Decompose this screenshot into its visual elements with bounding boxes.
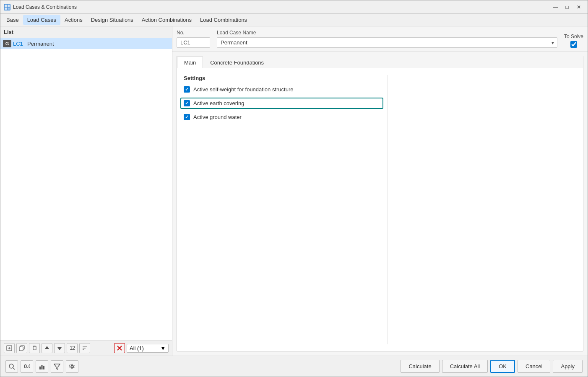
no-label: No. [177, 30, 210, 36]
move-up-button[interactable] [42, 343, 52, 353]
tab-header: Main Concrete Foundations [177, 56, 583, 68]
svg-rect-23 [43, 366, 44, 369]
svg-rect-22 [42, 365, 43, 369]
self-weight-checkbox[interactable]: ✓ [184, 86, 190, 93]
svg-text:0.00: 0.00 [24, 363, 30, 369]
title-controls: — □ ✕ [550, 3, 584, 12]
name-select[interactable]: Permanent [217, 37, 557, 48]
chart-icon-button[interactable] [36, 360, 48, 373]
svg-marker-24 [54, 364, 60, 369]
svg-point-18 [9, 364, 13, 368]
menu-item-load-cases[interactable]: Load Cases [23, 15, 60, 25]
bottom-actions: Calculate Calculate All OK Cancel Apply [401, 360, 583, 373]
copy-button[interactable] [16, 343, 27, 353]
main-content: List G LC1 Permanent [0, 26, 588, 356]
list-item-name: Permanent [27, 41, 54, 47]
menu-bar: Base Load Cases Actions Design Situation… [0, 14, 588, 26]
tab-content: Settings ✓ Active self-weight for founda… [177, 68, 583, 351]
cancel-button[interactable]: Cancel [518, 360, 550, 373]
svg-marker-10 [57, 347, 62, 350]
list-area: G LC1 Permanent [0, 38, 172, 340]
name-select-wrapper: Permanent ▼ [217, 37, 557, 48]
no-field-wrapper: No. [177, 30, 210, 48]
delete-button[interactable] [114, 343, 125, 353]
list-toolbar: 12 All (1) ▼ [0, 340, 172, 356]
list-item-num: LC1 [13, 41, 26, 47]
svg-marker-9 [45, 346, 49, 349]
right-panel: No. Load Case Name Permanent ▼ To Solve [172, 26, 588, 356]
settings-title: Settings [184, 75, 383, 81]
list-item-badge: G [3, 40, 11, 47]
move-down-button[interactable] [54, 343, 65, 353]
setting-ground-water: ✓ Active ground water [184, 114, 383, 120]
ground-water-checkbox[interactable]: ✓ [184, 114, 190, 120]
ground-water-label: Active ground water [193, 114, 242, 120]
title-bar-left: Load Cases & Combinations [4, 4, 77, 10]
checkbox-check-icon: ✓ [185, 87, 189, 92]
maximize-button[interactable]: □ [562, 3, 572, 12]
svg-line-19 [13, 368, 15, 369]
app-icon [4, 4, 10, 10]
svg-rect-8 [19, 347, 23, 351]
sort-button[interactable] [79, 343, 90, 353]
earth-covering-label: Active earth covering [193, 100, 244, 106]
earth-covering-checkbox[interactable]: ✓ [184, 100, 190, 106]
menu-item-design-situations[interactable]: Design Situations [87, 15, 138, 25]
menu-item-action-combinations[interactable]: Action Combinations [138, 15, 196, 25]
name-field-wrapper: Load Case Name Permanent ▼ [217, 30, 557, 48]
checkbox-check-icon-2: ✓ [185, 101, 189, 106]
setting-earth-covering: ✓ Active earth covering [180, 98, 383, 109]
top-fields-bar: No. Load Case Name Permanent ▼ To Solve [172, 26, 588, 52]
window-title: Load Cases & Combinations [13, 4, 77, 10]
self-weight-label: Active self-weight for foundation struct… [193, 86, 293, 93]
search-icon-button[interactable] [5, 360, 18, 373]
tabs-panel: Main Concrete Foundations Settings ✓ Act… [177, 56, 583, 351]
svg-rect-1 [8, 5, 10, 7]
to-solve-checkbox[interactable] [570, 41, 577, 48]
tab-main[interactable]: Main [177, 57, 203, 68]
svg-rect-3 [8, 8, 10, 10]
close-button[interactable]: ✕ [573, 3, 584, 12]
checkbox-check-icon-3: ✓ [185, 114, 189, 120]
calculate-button[interactable]: Calculate [401, 360, 439, 373]
minimize-button[interactable]: — [550, 3, 561, 12]
to-solve-group: To Solve [564, 34, 583, 48]
svg-rect-0 [5, 5, 7, 7]
menu-item-load-combinations[interactable]: Load Combinations [196, 15, 251, 25]
list-item[interactable]: G LC1 Permanent [0, 38, 172, 49]
tab-concrete-foundations[interactable]: Concrete Foundations [203, 57, 271, 68]
calculate-all-button[interactable]: Calculate All [442, 360, 488, 373]
svg-text:2: 2 [72, 345, 75, 351]
name-label: Load Case Name [217, 30, 557, 36]
menu-item-base[interactable]: Base [2, 15, 23, 25]
main-window: Load Cases & Combinations — □ ✕ Base Loa… [0, 0, 588, 377]
menu-item-actions[interactable]: Actions [60, 15, 87, 25]
setting-self-weight: ✓ Active self-weight for foundation stru… [184, 86, 383, 93]
renumber-button[interactable]: 12 [67, 343, 78, 353]
paste-button[interactable] [29, 343, 40, 353]
apply-button[interactable]: Apply [553, 360, 583, 373]
numbers-icon-button[interactable]: 0.00 [21, 360, 33, 373]
add-button[interactable] [4, 343, 15, 353]
dropdown-arrow-icon: ▼ [160, 345, 166, 351]
left-panel: List G LC1 Permanent [0, 26, 172, 356]
title-bar: Load Cases & Combinations — □ ✕ [0, 0, 588, 14]
svg-rect-21 [39, 367, 41, 369]
bottom-icons: 0.00 [5, 360, 397, 373]
bottom-bar: 0.00 Calculate Calculate All OK Cancel A… [0, 356, 588, 377]
filter-icon-button[interactable] [51, 360, 63, 373]
to-solve-label: To Solve [564, 34, 583, 39]
settings-section: Settings ✓ Active self-weight for founda… [184, 75, 388, 344]
filter-text: All (1) [130, 345, 159, 351]
svg-rect-2 [5, 8, 7, 10]
no-input[interactable] [177, 37, 210, 48]
filter-dropdown[interactable]: All (1) ▼ [127, 344, 169, 353]
right-section [388, 75, 576, 344]
ok-button[interactable]: OK [490, 360, 515, 373]
list-header: List [0, 26, 172, 38]
settings-icon-button[interactable] [66, 360, 78, 373]
